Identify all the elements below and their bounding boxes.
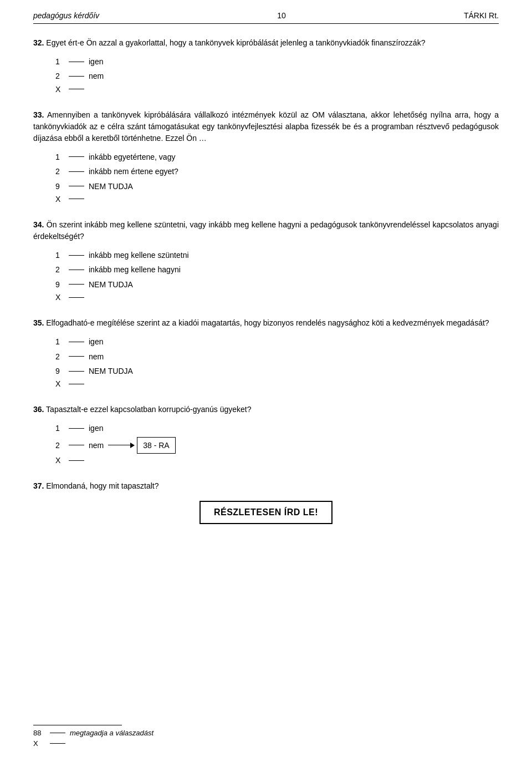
- question-33-number: 33.: [33, 110, 44, 119]
- header-left: pedagógus kérdőív: [33, 11, 99, 20]
- question-37-body: Elmondaná, hogy mit tapasztalt?: [46, 481, 158, 490]
- footnote-number: 88: [33, 729, 49, 737]
- option-text: igen: [89, 336, 103, 348]
- redirect-container: nem 38 - RA: [89, 437, 176, 454]
- question-36-options: 1 igen 2 nem 38 - RA X: [33, 422, 499, 465]
- list-item: X: [55, 379, 499, 388]
- list-item: 2 nem: [55, 70, 499, 82]
- footer-line: [33, 725, 122, 725]
- footnote-text: megtagadja a válaszadást: [70, 729, 154, 737]
- footnote-x-row: X: [33, 739, 499, 748]
- page-footer: 88 megtagadja a válaszadást X: [33, 725, 499, 750]
- question-34-options: 1 inkább meg kellene szüntetni 2 inkább …: [33, 249, 499, 302]
- list-item: 1 inkább meg kellene szüntetni: [55, 249, 499, 261]
- list-item: 1 inkább egyetértene, vagy: [55, 151, 499, 163]
- question-34-text: 34. Ön szerint inkább meg kellene szünte…: [33, 219, 499, 242]
- question-32-body: Egyet ért-e Ön azzal a gyakorlattal, hog…: [46, 38, 425, 47]
- action-box-container: RÉSZLETESEN ÍRD LE!: [33, 501, 499, 524]
- list-item: 1 igen: [55, 422, 499, 434]
- question-37: 37. Elmondaná, hogy mit tapasztalt? RÉSZ…: [33, 480, 499, 524]
- question-33-text: 33. Amennyiben a tankönyvek kipróbálásár…: [33, 109, 499, 144]
- option-text: nem: [89, 70, 104, 82]
- option-text: nem: [89, 439, 104, 451]
- question-37-number: 37.: [33, 481, 44, 490]
- option-text: igen: [89, 422, 103, 434]
- arrow-line: [108, 445, 130, 445]
- arrow-head-icon: [130, 443, 135, 448]
- question-36-body: Tapasztalt-e ezzel kapcsolatban korrupci…: [46, 405, 251, 414]
- list-item: 2 nem 38 - RA: [55, 437, 499, 454]
- option-text: NEM TUDJA: [89, 278, 133, 291]
- question-32: 32. Egyet ért-e Ön azzal a gyakorlattal,…: [33, 37, 499, 94]
- question-35: 35. Elfogadható-e megítélése szerint az …: [33, 317, 499, 388]
- page-container: pedagógus kérdőív 10 TÁRKI Rt. 32. Egyet…: [0, 0, 532, 772]
- footnote-x-dash: [50, 743, 65, 744]
- question-32-text: 32. Egyet ért-e Ön azzal a gyakorlattal,…: [33, 37, 499, 49]
- header-right: TÁRKI Rt.: [464, 11, 499, 20]
- header-center: 10: [277, 11, 286, 20]
- redirect-box: 38 - RA: [137, 437, 175, 454]
- option-text: igen: [89, 55, 103, 68]
- question-36: 36. Tapasztalt-e ezzel kapcsolatban korr…: [33, 404, 499, 465]
- question-35-options: 1 igen 2 nem 9 NEM TUDJA X: [33, 336, 499, 388]
- question-34-number: 34.: [33, 220, 44, 229]
- page-header: pedagógus kérdőív 10 TÁRKI Rt.: [33, 11, 499, 24]
- question-35-body: Elfogadható-e megítélése szerint az a ki…: [46, 318, 489, 327]
- list-item: 9 NEM TUDJA: [55, 278, 499, 291]
- question-36-text: 36. Tapasztalt-e ezzel kapcsolatban korr…: [33, 404, 499, 415]
- list-item: 1 igen: [55, 336, 499, 348]
- list-item: 1 igen: [55, 55, 499, 68]
- footnote-row: 88 megtagadja a válaszadást: [33, 729, 499, 737]
- option-text: NEM TUDJA: [89, 365, 133, 377]
- question-35-text: 35. Elfogadható-e megítélése szerint az …: [33, 317, 499, 329]
- list-item: X: [55, 293, 499, 302]
- question-33-body: Amennyiben a tankönyvek kipróbálására vá…: [33, 110, 499, 143]
- question-37-text: 37. Elmondaná, hogy mit tapasztalt?: [33, 480, 499, 492]
- question-35-number: 35.: [33, 318, 44, 327]
- list-item: 2 inkább meg kellene hagyni: [55, 263, 499, 276]
- question-32-number: 32.: [33, 38, 44, 47]
- question-33-options: 1 inkább egyetértene, vagy 2 inkább nem …: [33, 151, 499, 204]
- footnote-x-label: X: [33, 739, 49, 748]
- question-33: 33. Amennyiben a tankönyvek kipróbálásár…: [33, 109, 499, 204]
- option-text: inkább meg kellene hagyni: [89, 263, 181, 276]
- footnote-dash: [50, 733, 65, 733]
- list-item: 9 NEM TUDJA: [55, 365, 499, 377]
- list-item: 9 NEM TUDJA: [55, 180, 499, 192]
- question-34: 34. Ön szerint inkább meg kellene szünte…: [33, 219, 499, 302]
- option-text: inkább meg kellene szüntetni: [89, 249, 189, 261]
- option-text: nem: [89, 351, 104, 363]
- question-32-options: 1 igen 2 nem X: [33, 55, 499, 94]
- action-box: RÉSZLETESEN ÍRD LE!: [200, 501, 332, 524]
- list-item: X: [55, 195, 499, 204]
- question-36-number: 36.: [33, 405, 44, 414]
- list-item: 2 nem: [55, 351, 499, 363]
- question-34-body: Ön szerint inkább meg kellene szüntetni,…: [33, 220, 499, 241]
- list-item: X: [55, 85, 499, 94]
- option-text: NEM TUDJA: [89, 180, 133, 192]
- option-text: inkább egyetértene, vagy: [89, 151, 175, 163]
- list-item: 2 inkább nem értene egyet?: [55, 165, 499, 177]
- option-text: inkább nem értene egyet?: [89, 165, 178, 177]
- list-item: X: [55, 456, 499, 465]
